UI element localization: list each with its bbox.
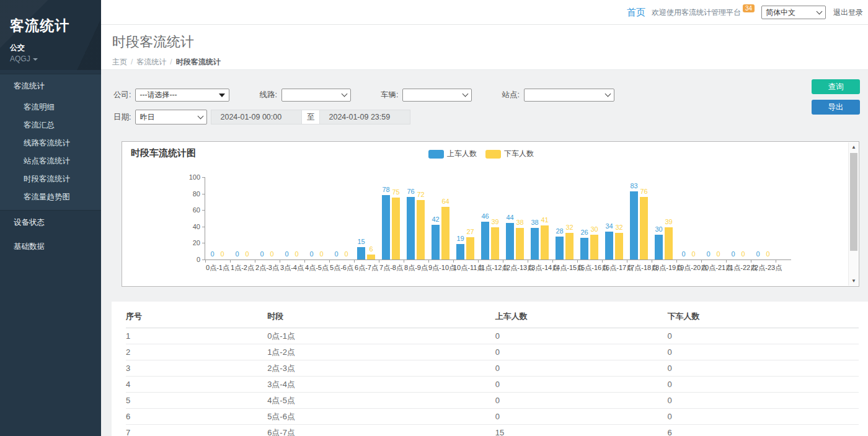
bar-上车人数[interactable] [630,191,638,259]
stats-table: 序号时段上车人数下车人数 10点-1点0021点-2点0032点-3点0043点… [126,307,859,436]
x-tick-mark [577,260,578,263]
x-tick-mark [776,260,776,263]
sidebar-item-时段客流统计[interactable]: 时段客流统计 [0,170,101,188]
table-cell: 0 [495,344,668,360]
bar-下车人数[interactable] [516,228,524,259]
home-link[interactable]: 首页 [627,7,645,19]
date-preset-select[interactable]: 昨日 [135,110,207,124]
scroll-up-icon[interactable]: ▲ [849,142,859,152]
x-category-label: 8点-9点 [404,263,428,272]
notification-badge[interactable]: 34 [743,4,755,12]
bar-上车人数[interactable] [580,238,588,259]
table-row: 43点-4点00 [126,377,859,393]
x-tick-mark [726,260,727,263]
legend-item-上车人数[interactable]: 上车人数 [428,149,477,159]
sidebar-item-线路客流统计[interactable]: 线路客流统计 [0,134,101,152]
table-cell: 0 [495,328,668,344]
logout-link[interactable]: 退出登录 [833,7,863,18]
bar-上车人数[interactable] [382,195,390,259]
query-button[interactable]: 查询 [812,79,860,94]
breadcrumb-separator: / [131,58,133,66]
station-select[interactable] [524,89,614,102]
table-row: 65点-6点00 [126,409,859,425]
bar-value-label: 64 [436,198,455,205]
bar-下车人数[interactable] [541,225,549,259]
table-cell: 2 [126,344,267,360]
x-tick-mark [503,260,503,263]
sidebar-item-设备状态[interactable]: 设备状态 [0,211,101,235]
filter-row-2: 日期: 昨日 2024-01-09 00:00 至 2024-01-09 23:… [113,110,868,124]
bar-下车人数[interactable] [565,233,574,259]
bar-上车人数[interactable] [432,225,440,259]
y-tick-mark [202,194,205,194]
sidebar-item-站点客流统计[interactable]: 站点客流统计 [0,152,101,170]
bar-下车人数[interactable] [417,200,425,259]
bar-上车人数[interactable] [481,222,489,259]
brand-title: 客流统计 [10,16,101,35]
breadcrumb-item[interactable]: 客流统计 [136,58,166,66]
bar-下车人数[interactable] [640,197,648,259]
bar-下车人数[interactable] [615,233,623,259]
bar-下车人数[interactable] [392,198,400,259]
bar-下车人数[interactable] [441,207,450,259]
sidebar-item-客流汇总[interactable]: 客流汇总 [0,116,101,134]
table-row: 32点-3点00 [126,360,859,377]
scroll-down-icon[interactable]: ▼ [849,276,859,286]
bar-上车人数[interactable] [407,197,415,259]
org-code-dropdown[interactable]: AQGJ [10,54,101,63]
language-select[interactable]: 简体中文 [761,6,826,19]
y-tick-mark [202,210,205,211]
x-category-label: 22点-23点 [751,263,776,272]
y-tick-mark [202,243,205,243]
vertical-scrollbar[interactable]: ▲ ▼ [848,142,858,286]
sidebar-group-2: 基础数据 [0,235,101,259]
x-category-label: 6点-7点 [354,263,379,272]
sidebar-item-基础数据[interactable]: 基础数据 [0,235,101,259]
bar-上车人数[interactable] [605,232,613,259]
bar-上车人数[interactable] [655,235,663,259]
scrollbar-thumb[interactable] [850,153,857,251]
x-category-label: 17点-18点 [627,263,652,272]
breadcrumb-item[interactable]: 主页 [112,58,127,66]
date-end-input[interactable]: 2024-01-09 23:59 [319,110,410,124]
bar-value-label: 76 [635,188,653,195]
bar-上车人数[interactable] [456,244,464,259]
bar-上车人数[interactable] [506,223,514,259]
table-card: 序号时段上车人数下车人数 10点-1点0021点-2点0032点-3点0043点… [112,302,868,436]
legend-item-下车人数[interactable]: 下车人数 [485,149,534,159]
vehicle-select[interactable] [402,89,472,102]
legend-swatch-icon [428,150,444,159]
company-select[interactable]: ---请选择--- [135,89,229,102]
table-cell: 4 [126,377,267,393]
x-tick-mark [528,260,528,263]
sidebar-item-客流统计[interactable]: 客流统计 [0,74,101,98]
bar-上车人数[interactable] [556,237,564,259]
table-cell: 0点-1点 [267,328,495,344]
filter-row-1: 公司: ---请选择--- 线路: 车辆: 站点: [113,89,868,102]
bar-下车人数[interactable] [491,227,499,259]
x-tick-mark [205,260,206,263]
welcome-text[interactable]: 欢迎使用客流统计管理平台34 [652,7,753,18]
legend-label: 上车人数 [447,149,477,159]
bar-下车人数[interactable] [590,235,598,259]
table-cell: 6点-7点 [267,425,495,436]
export-button[interactable]: 导出 [812,100,860,115]
bar-上车人数[interactable] [531,228,539,259]
bar-下车人数[interactable] [665,227,673,259]
bar-下车人数[interactable] [367,255,375,259]
sidebar-item-客流量趋势图[interactable]: 客流量趋势图 [0,188,101,210]
x-tick-mark [552,260,553,263]
x-category-label: 9点-10点 [428,263,453,272]
x-tick-mark [676,260,677,263]
sidebar-item-客流明细[interactable]: 客流明细 [0,98,101,116]
line-select[interactable] [281,89,351,102]
x-tick-mark [329,260,330,263]
chart-legend: 上车人数下车人数 [122,149,840,159]
x-category-label: 1点-2点 [230,263,255,272]
x-tick-mark [453,260,454,263]
bar-下车人数[interactable] [466,237,474,259]
y-tick-mark [202,177,205,178]
date-start-input[interactable]: 2024-01-09 00:00 [211,110,302,124]
chevron-down-icon [463,91,469,97]
vehicle-label: 车辆: [381,90,398,100]
